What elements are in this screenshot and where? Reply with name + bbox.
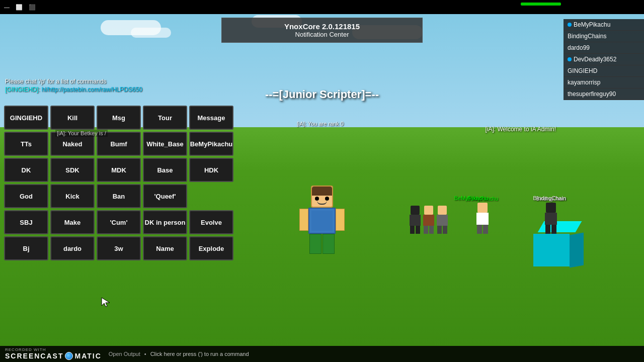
btn-dardo[interactable]: dardo (50, 236, 95, 260)
top-bar: — ⬜ ⬛ (0, 0, 644, 14)
notification-center: YnoxCore 2.0.121815 Notification Center (221, 18, 423, 43)
bg-char-1 (410, 206, 421, 234)
bemypikachu-label: BeMyPikachu (454, 195, 488, 201)
btn-cum[interactable]: 'Cum' (97, 210, 141, 234)
btn-bemypikachu[interactable]: BeMyPikachu (189, 132, 233, 156)
click-text: Click here or press (') to run a command (150, 351, 249, 357)
character-eye-right (325, 197, 329, 201)
main-character (299, 186, 345, 254)
chat-line-2: [GINGIEHD]: hl/http://pastebin.com/raw/H… (5, 86, 142, 93)
btn-whitebase[interactable]: White_Base (143, 132, 187, 156)
player-name: thesuperfireguy90 (568, 90, 616, 98)
window-icon[interactable]: ⬜ (16, 4, 23, 11)
player-item-thesuperfireguy[interactable]: thesuperfireguy90 (564, 88, 644, 100)
separator: • (144, 351, 146, 357)
rank-message: [iA]: You are rank 0 (297, 121, 344, 127)
player-name: BeMyPikachu (574, 21, 610, 28)
character-eye-left (315, 197, 319, 201)
player-item-kayamorrisp[interactable]: kayamorrisp (564, 77, 644, 88)
character-leg-left (309, 234, 321, 254)
bindingchain-label: BindingChain (533, 195, 566, 201)
player-item-devdeadly[interactable]: DevDeadly3652 (564, 54, 644, 65)
player-name: dardo99 (568, 44, 590, 51)
admin-row-6: Bj dardo 3w Name Explode (4, 236, 233, 260)
chat-username: [GINGIEHD]: (5, 86, 42, 93)
btn-sbj[interactable]: SBJ (4, 210, 48, 234)
btn-kill[interactable]: Kill (50, 106, 95, 130)
screencast-brand-text: SCREENCAST (5, 352, 63, 360)
btn-sdk[interactable]: SDK (50, 158, 95, 182)
bottom-bar: RECORDED WITH SCREENCAST MATIC Open Outp… (0, 346, 644, 362)
matic-text: MATIC (74, 352, 101, 360)
character-body (299, 186, 345, 254)
player-item-dardo99[interactable]: dardo99 (564, 42, 644, 54)
progress-bar (521, 3, 561, 6)
btn-ban[interactable]: Ban (97, 184, 141, 208)
screencast-text-group: RECORDED WITH SCREENCAST MATIC (5, 348, 102, 360)
admin-row-1: GINGIEHD Kill Msg Tour Message (4, 106, 233, 130)
btn-explode[interactable]: Explode (189, 236, 233, 260)
admin-row-5: SBJ Make 'Cum' DK in person Evolve (4, 210, 233, 234)
open-output-text[interactable]: Open Output (109, 351, 140, 357)
btn-mdk[interactable]: MDK (97, 158, 141, 182)
bg-character-group (410, 206, 448, 234)
top-bar-controls: — ⬜ ⬛ (4, 4, 36, 11)
cube-side (570, 233, 584, 268)
betkey-message: [iA]: Your Betkey is / (55, 130, 108, 137)
bemypikachu-char: BeMyPikachu (467, 196, 498, 234)
btn-kick[interactable]: Kick (50, 184, 95, 208)
player-name: GINGIEHD (568, 67, 597, 74)
btn-dk[interactable]: DK (4, 158, 48, 182)
bg-char-3 (437, 206, 448, 234)
screencast-logo: RECORDED WITH SCREENCAST MATIC (5, 348, 102, 360)
player-item-bindingchains[interactable]: BindingChains (564, 31, 644, 42)
cloud (131, 28, 171, 38)
character-smile (317, 201, 327, 205)
btn-evolve[interactable]: Evolve (189, 210, 233, 234)
character-eyes (315, 197, 329, 201)
btn-msg[interactable]: Msg (97, 106, 141, 130)
chat-line-1: Please chat '/p' for a list of commands (5, 78, 142, 85)
character-leg-right (323, 234, 335, 254)
character-torso (308, 208, 336, 234)
bg-char-2 (423, 206, 434, 234)
btn-bj[interactable]: Bj (4, 236, 48, 260)
roblox-logo: ⬛ (29, 4, 36, 11)
btn-tour[interactable]: Tour (143, 106, 187, 130)
character-legs (309, 234, 335, 254)
character-hair (312, 187, 332, 196)
notification-title: YnoxCore 2.0.121815 (252, 22, 392, 31)
notification-subtitle: Notification Center (252, 31, 392, 38)
character-arm-right (336, 209, 345, 231)
player-item-gingiehd[interactable]: GINGIEHD (564, 65, 644, 77)
admin-panel: GINGIEHD Kill Msg Tour Message TTs Naked… (4, 106, 233, 262)
player-name: BindingChains (568, 33, 606, 40)
btn-base[interactable]: Base (143, 158, 187, 182)
btn-queef[interactable]: 'Queef' (143, 184, 187, 208)
player-list: BeMyPikachu BindingChains dardo99 DevDea… (564, 19, 644, 100)
btn-god[interactable]: God (4, 184, 48, 208)
btn-3w[interactable]: 3w (97, 236, 141, 260)
character-arm-left (299, 209, 308, 231)
player-item-bemypikachu[interactable]: BeMyPikachu (564, 19, 644, 31)
btn-dkinperson[interactable]: DK in person (143, 210, 187, 234)
junior-scripter-label: --=[Junior Scripter]=-- (265, 88, 379, 101)
chat-link[interactable]: hl/http://pastebin.com/raw/HLPDS650 (42, 86, 142, 93)
bindingchain-char: BindingChain (536, 196, 567, 234)
player-name: DevDeadly3652 (574, 56, 616, 63)
btn-make[interactable]: Make (50, 210, 95, 234)
screencast-circle-icon (65, 352, 73, 360)
btn-tts[interactable]: TTs (4, 132, 48, 156)
admin-row-2: TTs Naked Bumf White_Base BeMyPikachu (4, 132, 233, 156)
admin-row-4: God Kick Ban 'Queef' (4, 184, 233, 208)
btn-name[interactable]: Name (143, 236, 187, 260)
cube-front (533, 234, 570, 266)
player-icon (568, 57, 572, 61)
character-torso-area (299, 208, 345, 234)
player-icon (568, 23, 572, 27)
minimize-icon[interactable]: — (4, 4, 10, 10)
btn-hdk[interactable]: HDK (189, 158, 233, 182)
btn-message[interactable]: Message (189, 106, 233, 130)
player-name: kayamorrisp (568, 79, 600, 86)
btn-gingiehd[interactable]: GINGIEHD (4, 106, 48, 130)
